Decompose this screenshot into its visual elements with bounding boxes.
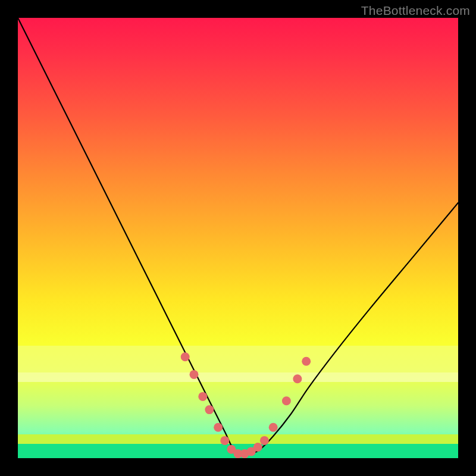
highlight-point xyxy=(253,443,262,452)
highlight-point xyxy=(214,423,223,432)
highlight-point xyxy=(205,405,214,414)
highlight-point xyxy=(269,423,278,432)
highlight-point xyxy=(198,392,207,401)
chart-svg xyxy=(18,18,458,458)
highlight-point xyxy=(282,396,291,405)
highlight-point xyxy=(293,374,302,383)
highlight-point xyxy=(220,436,229,445)
bottleneck-curve-line xyxy=(18,18,458,455)
highlight-point xyxy=(190,370,199,379)
highlight-markers xyxy=(181,352,311,458)
highlight-point xyxy=(181,352,190,361)
highlight-point xyxy=(302,357,311,366)
chart-plot-area xyxy=(18,18,458,458)
highlight-point xyxy=(260,436,269,445)
watermark-text: TheBottleneck.com xyxy=(361,4,470,18)
